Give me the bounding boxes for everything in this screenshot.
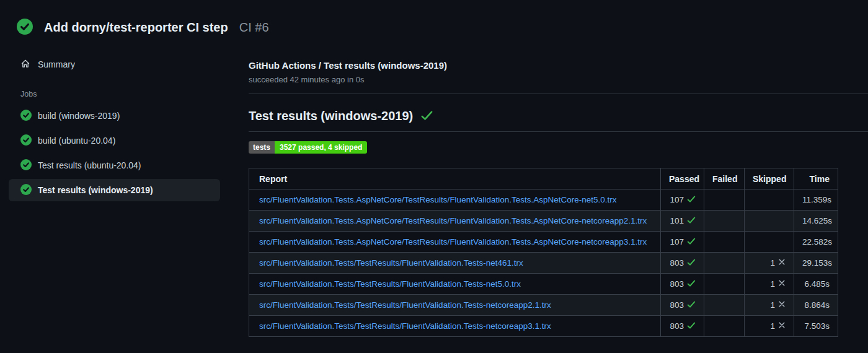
sidebar: Summary Jobs build (windows-2019)build (… — [0, 55, 229, 337]
failed-cell — [704, 316, 745, 337]
tests-badge: tests 3527 passed, 4 skipped — [249, 141, 367, 154]
column-header-passed: Passed — [661, 168, 704, 190]
sidebar-job-item[interactable]: build (ubuntu-20.04) — [9, 129, 220, 152]
skipped-cell — [745, 190, 794, 211]
column-header-skipped: Skipped — [745, 168, 794, 190]
passed-cell: 803 — [661, 274, 704, 295]
passed-cell-value: 107 — [670, 237, 684, 246]
check-icon — [687, 279, 696, 289]
skipped-cell-value: 1 — [770, 258, 775, 268]
time-cell: 6.485s — [794, 274, 838, 295]
check-icon — [687, 321, 696, 331]
check-icon — [420, 110, 433, 123]
passed-cell-value: 107 — [670, 195, 684, 204]
column-header-report: Report — [249, 168, 661, 190]
sidebar-job-item[interactable]: build (windows-2019) — [9, 105, 220, 127]
report-cell: src/FluentValidation.Tests.AspNetCore/Te… — [249, 190, 661, 211]
passed-cell: 107 — [661, 232, 704, 253]
report-link[interactable]: src/FluentValidation.Tests/TestResults/F… — [259, 321, 551, 331]
job-label: Test results (ubuntu-20.04) — [38, 160, 141, 170]
passed-cell-value: 803 — [670, 279, 684, 289]
check-run-title: GitHub Actions / Test results (windows-2… — [249, 60, 868, 71]
time-cell: 29.153s — [794, 253, 838, 274]
passed-cell-value: 803 — [670, 300, 684, 310]
page-layout: Summary Jobs build (windows-2019)build (… — [0, 55, 868, 337]
divider — [249, 131, 868, 132]
skipped-cell-value: 1 — [770, 300, 775, 310]
passed-cell-value: 803 — [670, 258, 684, 268]
skipped-cell-value: 1 — [770, 321, 775, 331]
time-cell: 7.503s — [794, 316, 838, 337]
passed-cell: 803 — [661, 295, 704, 316]
column-header-failed: Failed — [704, 168, 745, 190]
report-cell: src/FluentValidation.Tests.AspNetCore/Te… — [249, 232, 661, 253]
report-cell: src/FluentValidation.Tests.AspNetCore/Te… — [249, 211, 661, 232]
time-cell: 14.625s — [794, 211, 838, 232]
check-run-status: succeeded 42 minutes ago in 0s — [249, 75, 868, 84]
time-cell: 11.359s — [794, 190, 838, 211]
main-content: GitHub Actions / Test results (windows-2… — [229, 55, 868, 337]
report-link[interactable]: src/FluentValidation.Tests/TestResults/F… — [259, 279, 521, 289]
section-title-row: Test results (windows-2019) — [249, 109, 868, 123]
failed-cell — [704, 232, 745, 253]
check-circle-icon — [20, 159, 32, 172]
column-header-time: Time — [794, 168, 838, 190]
check-icon — [687, 258, 696, 268]
x-icon — [778, 300, 786, 310]
table-row: src/FluentValidation.Tests.AspNetCore/Te… — [249, 190, 838, 211]
failed-cell — [704, 190, 745, 211]
skipped-cell-value: 1 — [770, 279, 775, 289]
report-cell: src/FluentValidation.Tests/TestResults/F… — [249, 295, 661, 316]
job-label: Test results (windows-2019) — [38, 185, 153, 195]
tests-badge-value: 3527 passed, 4 skipped — [275, 141, 367, 154]
check-circle-icon — [20, 184, 32, 197]
table-row: src/FluentValidation.Tests.AspNetCore/Te… — [249, 211, 838, 232]
table-row: src/FluentValidation.Tests/TestResults/F… — [249, 274, 838, 295]
divider — [249, 94, 868, 94]
x-icon — [778, 279, 786, 289]
passed-cell: 803 — [661, 253, 704, 274]
passed-cell-value: 803 — [670, 321, 684, 331]
table-row: src/FluentValidation.Tests/TestResults/F… — [249, 295, 838, 316]
report-cell: src/FluentValidation.Tests/TestResults/F… — [249, 316, 661, 337]
report-cell: src/FluentValidation.Tests/TestResults/F… — [249, 274, 661, 295]
check-circle-icon — [17, 19, 33, 37]
report-link[interactable]: src/FluentValidation.Tests.AspNetCore/Te… — [259, 216, 647, 225]
sidebar-job-item[interactable]: Test results (windows-2019) — [9, 179, 220, 201]
sidebar-job-item[interactable]: Test results (ubuntu-20.04) — [9, 154, 220, 176]
skipped-cell — [745, 211, 794, 232]
report-link[interactable]: src/FluentValidation.Tests/TestResults/F… — [259, 300, 551, 310]
tests-badge-label: tests — [249, 141, 275, 154]
skipped-cell: 1 — [745, 253, 794, 274]
report-link[interactable]: src/FluentValidation.Tests/TestResults/F… — [259, 258, 523, 268]
failed-cell — [704, 253, 745, 274]
time-cell: 22.582s — [794, 232, 838, 253]
skipped-cell: 1 — [745, 295, 794, 316]
passed-cell-value: 101 — [670, 216, 684, 225]
check-icon — [687, 216, 696, 226]
sidebar-item-summary[interactable]: Summary — [0, 55, 229, 74]
failed-cell — [704, 211, 745, 232]
table-row: src/FluentValidation.Tests/TestResults/F… — [249, 316, 838, 337]
x-icon — [778, 321, 786, 331]
time-cell: 8.864s — [794, 295, 838, 316]
skipped-cell: 1 — [745, 316, 794, 337]
job-label: build (ubuntu-20.04) — [38, 136, 115, 146]
job-label: build (windows-2019) — [38, 111, 120, 121]
passed-cell: 107 — [661, 190, 704, 211]
skipped-cell — [745, 232, 794, 253]
run-header: Add dorny/test-reporter CI step CI #6 — [0, 0, 868, 36]
table-header-row: Report Passed Failed Skipped Time — [249, 168, 838, 190]
run-number: CI #6 — [239, 20, 269, 35]
check-circle-icon — [20, 134, 32, 147]
failed-cell — [704, 274, 745, 295]
report-cell: src/FluentValidation.Tests/TestResults/F… — [249, 253, 661, 274]
check-circle-icon — [20, 110, 32, 123]
home-icon — [20, 59, 30, 71]
section-title: Test results (windows-2019) — [249, 109, 413, 123]
jobs-section-label: Jobs — [0, 90, 229, 98]
report-link[interactable]: src/FluentValidation.Tests.AspNetCore/Te… — [259, 195, 617, 204]
test-results-table: Report Passed Failed Skipped Time src/Fl… — [249, 168, 838, 337]
table-row: src/FluentValidation.Tests.AspNetCore/Te… — [249, 232, 838, 253]
report-link[interactable]: src/FluentValidation.Tests.AspNetCore/Te… — [259, 237, 647, 246]
